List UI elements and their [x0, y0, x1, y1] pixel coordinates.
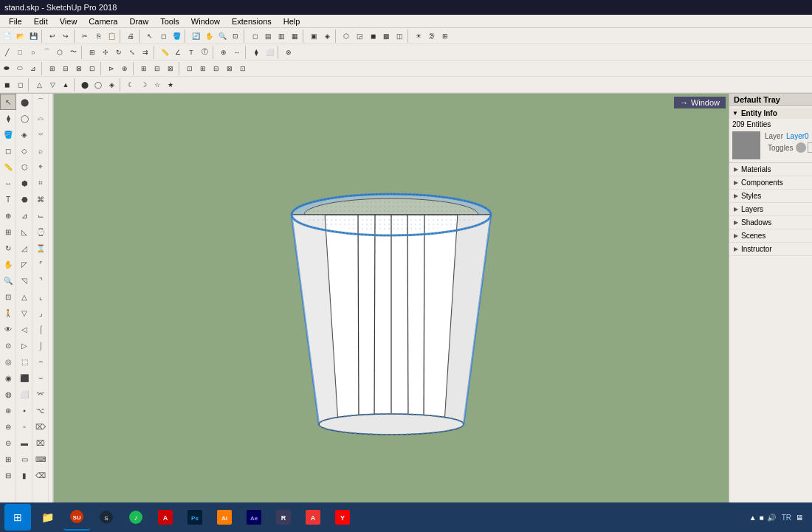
- tb-move[interactable]: ✢: [99, 46, 112, 59]
- taskbar-spotify[interactable]: ♪: [123, 504, 149, 531]
- tb-view2[interactable]: ◻: [13, 78, 27, 91]
- tb-ext5[interactable]: ⊞: [196, 62, 210, 75]
- tb-orbit[interactable]: 🔄: [189, 30, 202, 43]
- tb-copy[interactable]: ⎘: [92, 30, 105, 43]
- instructor-section[interactable]: ▶ Instructor: [729, 243, 812, 256]
- tb-undo[interactable]: ↩: [46, 30, 59, 43]
- toggle-visible[interactable]: [796, 142, 806, 153]
- tool2-22[interactable]: ▬: [16, 435, 32, 451]
- tool-select[interactable]: ↖: [0, 94, 16, 110]
- systray-defender[interactable]: ■: [760, 514, 764, 522]
- tool3-18[interactable]: ⌣: [32, 370, 49, 386]
- tb-rotate[interactable]: ↻: [112, 46, 125, 59]
- tb-rect[interactable]: □: [13, 46, 27, 59]
- taskbar-youtube[interactable]: Y: [329, 504, 356, 531]
- tool-misc1[interactable]: ◎: [0, 353, 16, 370]
- tool2-6[interactable]: ⬢: [16, 175, 32, 191]
- tb-textured[interactable]: ▩: [379, 30, 393, 43]
- tool2-19[interactable]: ⬜: [16, 386, 32, 402]
- tool3-21[interactable]: ⌦: [32, 418, 49, 435]
- start-button[interactable]: ⊞: [4, 504, 31, 531]
- tool-misc5[interactable]: ⊜: [0, 418, 16, 435]
- tb-solid4[interactable]: ⊡: [86, 62, 99, 75]
- tb-persp[interactable]: ▣: [307, 30, 320, 43]
- tb-paint[interactable]: 🪣: [170, 30, 183, 43]
- tool-section2[interactable]: ⊞: [0, 224, 16, 240]
- tool3-16[interactable]: ⌡: [32, 337, 49, 353]
- tool-tape[interactable]: 📏: [0, 159, 16, 175]
- tool3-23[interactable]: ⌨: [32, 451, 49, 467]
- tb-render1[interactable]: ☾: [124, 78, 137, 91]
- taskbar-photoshop[interactable]: Ps: [182, 504, 208, 531]
- tool-axes2[interactable]: ⊕: [0, 207, 16, 224]
- tool3-9[interactable]: ⌚: [32, 224, 49, 240]
- tool3-8[interactable]: ⌙: [32, 207, 49, 224]
- viewport[interactable]: → Window: [54, 94, 729, 516]
- tb-new[interactable]: 📄: [0, 30, 13, 43]
- menu-extensions[interactable]: Extensions: [226, 16, 278, 27]
- tb-follow[interactable]: ⊳: [105, 62, 118, 75]
- tool2-20[interactable]: ▪: [16, 402, 32, 418]
- tb-line[interactable]: ╱: [0, 46, 13, 59]
- toggle-lock[interactable]: [808, 142, 812, 153]
- tb-sand3[interactable]: ⊿: [27, 62, 40, 75]
- tb-save[interactable]: 💾: [27, 30, 40, 43]
- tool2-15[interactable]: ◁: [16, 321, 32, 337]
- tb-group[interactable]: ⬜: [263, 46, 276, 59]
- tool3-2[interactable]: ⌓: [32, 110, 49, 126]
- tool3-24[interactable]: ⌫: [32, 467, 49, 483]
- tool2-3[interactable]: ◈: [16, 126, 32, 142]
- tb-solid2[interactable]: ⊟: [59, 62, 72, 75]
- layers-section[interactable]: ▶ Layers: [729, 203, 812, 216]
- tb-angle[interactable]: ∠: [171, 46, 185, 59]
- tb-freehand[interactable]: 〜: [66, 46, 80, 59]
- taskbar-explorer[interactable]: 📁: [34, 504, 61, 531]
- tool-paint[interactable]: 🪣: [0, 126, 16, 142]
- tool-misc3[interactable]: ◍: [0, 386, 16, 402]
- menu-file[interactable]: File: [3, 16, 28, 27]
- taskbar-aftereffects[interactable]: Ae: [241, 504, 267, 531]
- tool-misc7[interactable]: ⊞: [0, 451, 16, 467]
- tb-measure[interactable]: 📏: [158, 46, 171, 59]
- tb-tag3[interactable]: ▲: [59, 78, 72, 91]
- shadows-section[interactable]: ▶ Shadows: [729, 216, 812, 229]
- tb-tag2[interactable]: ▽: [46, 78, 59, 91]
- tb-render4[interactable]: ★: [164, 78, 177, 91]
- tb-eraser[interactable]: ◻: [156, 30, 170, 43]
- tb-front[interactable]: ▥: [275, 30, 288, 43]
- tb-xray[interactable]: ◈: [320, 30, 334, 43]
- tool2-12[interactable]: ◹: [16, 272, 32, 289]
- tb-ext7[interactable]: ⊠: [223, 62, 236, 75]
- tool2-5[interactable]: ⬡: [16, 159, 32, 175]
- tb-section[interactable]: ⊞: [438, 30, 452, 43]
- tb-sand2[interactable]: ⬭: [13, 62, 27, 75]
- tool-misc6[interactable]: ⊝: [0, 435, 16, 451]
- tb-print[interactable]: 🖨: [124, 30, 137, 43]
- tb-text[interactable]: T: [185, 46, 198, 59]
- tool-eraser[interactable]: ◻: [0, 142, 16, 159]
- tool-misc4[interactable]: ⊛: [0, 402, 16, 418]
- tool3-13[interactable]: ⌞: [32, 289, 49, 305]
- tb-ext3[interactable]: ⊠: [164, 62, 177, 75]
- tb-view1[interactable]: ◼: [0, 78, 13, 91]
- tool3-10[interactable]: ⌛: [32, 240, 49, 256]
- tb-scale[interactable]: ⤡: [125, 46, 139, 59]
- taskbar-autocad[interactable]: A: [152, 504, 179, 531]
- tb-top[interactable]: ▤: [261, 30, 275, 43]
- tb-shadows[interactable]: ☀: [412, 30, 425, 43]
- components-section[interactable]: ▶ Components: [729, 176, 812, 190]
- menu-window[interactable]: Window: [185, 16, 226, 27]
- tool3-11[interactable]: ⌜: [32, 256, 49, 272]
- tool2-21[interactable]: ▫: [16, 418, 32, 435]
- tb-cut[interactable]: ✂: [78, 30, 92, 43]
- tb-mat1[interactable]: ⬤: [78, 78, 92, 91]
- menu-view[interactable]: View: [54, 16, 83, 27]
- styles-section[interactable]: ▶ Styles: [729, 190, 812, 203]
- tb-wire[interactable]: ⬡: [340, 30, 353, 43]
- tb-mat2[interactable]: ◯: [92, 78, 105, 91]
- tool2-10[interactable]: ◿: [16, 240, 32, 256]
- systray-su-tray[interactable]: 🖥: [796, 514, 803, 522]
- tb-mat3[interactable]: ◈: [105, 78, 118, 91]
- taskbar-revit[interactable]: R: [270, 504, 297, 531]
- tb-comp[interactable]: ⧫: [250, 46, 263, 59]
